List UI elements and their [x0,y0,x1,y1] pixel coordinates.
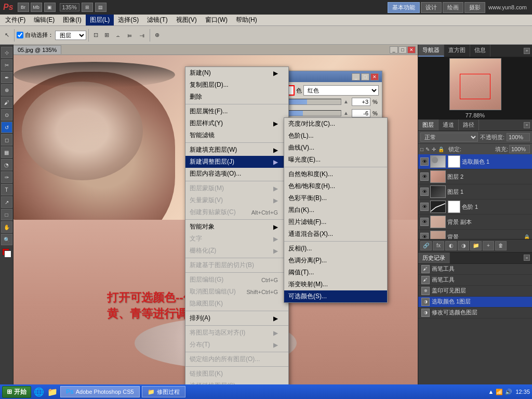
menu-smart-object[interactable]: 智能对象▶ [185,221,288,233]
taskbar-ie-icon[interactable]: 🌐 [33,386,45,397]
layer-item-levels[interactable]: 👁 色阶 1 [418,200,532,215]
extra-tool-btn[interactable]: ⊕ [152,30,162,40]
adj-photo-filter[interactable]: 照片滤镜(F)... [284,216,387,228]
layer-eye-1[interactable]: 👁 [420,157,429,166]
menu-layer[interactable]: 图层(L) [86,15,114,25]
menu-image[interactable]: 图像(I) [59,15,85,25]
layer-blend-mode[interactable]: 正常 [420,132,478,142]
tab-channels[interactable]: 通道 [438,119,459,130]
adj-color-select[interactable]: 红色 黄色 绿色 青色 蓝色 [303,85,379,96]
adj-magenta-up[interactable]: ▲ [343,110,350,116]
adj-color-balance[interactable]: 色彩平衡(B)... [284,192,387,204]
adj-levels[interactable]: 色阶(L)... [284,130,387,142]
adj-selective-color[interactable]: 可选颜色(S)... [284,290,387,302]
menu-fill-layer[interactable]: 新建填充图层(W)▶ [185,144,288,156]
menu-adjustment-layer[interactable]: 新建调整图层(J)▶ [185,156,288,168]
history-item-2[interactable]: 🖌 画笔工具 [418,275,532,286]
lock-icon-1[interactable]: □ [420,147,423,152]
tab-paths[interactable]: 路径 [459,119,479,130]
workspace-basic-btn[interactable]: 基本功能 [388,2,420,13]
menu-duplicate[interactable]: 复制图层(D)... [185,79,288,91]
tab-navigator[interactable]: 导航器 [418,45,444,57]
align-center-btn[interactable]: ⫢ [125,31,136,40]
move-tool-btn[interactable]: ↖ [2,30,12,40]
lock-icon-3[interactable]: ✛ [432,147,436,152]
eyedropper-tool[interactable]: ✒ [1,72,12,83]
menu-delete[interactable]: 删除 [185,91,288,103]
lock-icon-2[interactable]: ✎ [425,147,430,152]
adj-exposure[interactable]: 曝光度(E)... [284,154,387,166]
tab-info[interactable]: 信息 [470,45,490,57]
path-select-tool[interactable]: ↗ [1,196,12,208]
adj-magenta-value[interactable] [352,109,370,117]
lock-icon-4[interactable]: 🔒 [438,147,444,152]
adj-vibrance[interactable]: 自然饱和度(K)... [284,168,387,180]
shape-tool[interactable]: □ [1,209,12,220]
text-tool[interactable]: T [1,184,12,195]
eraser-tool[interactable]: ◻ [1,134,12,145]
adj-threshold[interactable]: 阈值(T)... [284,267,387,278]
adj-cyan-value[interactable] [352,98,370,106]
color-box[interactable] [2,248,11,258]
adj-channel-mixer[interactable]: 通道混合器(X)... [284,228,387,240]
layer-delete-btn[interactable]: 🗑 [495,241,507,250]
adj-cyan-up[interactable]: ▲ [343,99,350,105]
layer-item-bg[interactable]: 👁 背景 🔒 [418,230,532,239]
layout-icon[interactable]: ⊞ [82,3,93,12]
history-item-3[interactable]: ⊕ 盖印可见图层 [418,286,532,297]
workspace-design-btn[interactable]: 设计 [421,2,442,13]
history-item-1[interactable]: 🖌 画笔工具 [418,264,532,275]
layer-opacity-input[interactable] [507,133,530,141]
menu-properties[interactable]: 图层属性(F)... [185,105,288,117]
layer-mode-select[interactable]: 图层 [55,31,86,40]
menu-content-options[interactable]: 图层内容选项(O)... [185,168,288,180]
adj-brightness[interactable]: 亮度/对比度(C)... [284,118,387,130]
transform-btn[interactable]: ⊡ [91,30,101,40]
taskbar-photo-app[interactable]: 📁 修图过程 [142,386,185,397]
layer-eye-4[interactable]: 👁 [420,203,429,211]
start-button[interactable]: ⊞ 开始 [2,386,31,398]
heal-tool[interactable]: ⊕ [1,84,12,96]
dodge-tool[interactable]: ◔ [1,159,12,170]
workspace-paint-btn[interactable]: 绘画 [443,2,463,13]
layer-link-btn[interactable]: 🔗 [420,241,432,250]
distribute-btn[interactable]: ⊞ [102,30,112,40]
menu-filter[interactable]: 滤镜(T) [143,15,171,25]
layers-collapse-btn[interactable]: » [524,122,530,128]
history-collapse-btn[interactable]: » [524,255,530,261]
layer-item-layer2[interactable]: 👁 图层 2 [418,169,532,184]
win-minimize[interactable]: _ [390,46,398,54]
brush-tool[interactable]: 🖌 [1,97,12,108]
align-right-btn[interactable]: ⫣ [137,31,148,40]
layer-item-layer1[interactable]: 👁 图层 1 [418,184,532,200]
background-color[interactable] [4,250,11,258]
layer-eye-2[interactable]: 👁 [420,172,429,181]
layer-mask-btn[interactable]: ◐ [445,241,457,250]
align-left-btn[interactable]: ⫠ [113,31,124,40]
right-panel-collapse[interactable]: » [524,48,530,54]
menu-select[interactable]: 选择(S) [114,15,143,25]
menu-edit[interactable]: 编辑(E) [30,15,59,25]
workspace-photo-btn[interactable]: 摄影 [464,2,485,13]
layer-fx-btn[interactable]: fx [433,241,444,250]
gradient-tool[interactable]: ▦ [1,147,12,158]
auto-select-checkbox[interactable] [17,32,23,38]
menu-file[interactable]: 文件(F) [1,15,30,25]
menu-window[interactable]: 窗口(W) [201,15,232,25]
layer-item-selective-color[interactable]: 👁 选取颜色 1 [418,154,532,169]
canvas-tab[interactable]: 05.jpg @ 135% [14,45,61,54]
layers-fill-input[interactable] [509,145,530,153]
adj-win-close[interactable]: ✕ [370,73,379,81]
menu-style[interactable]: 图层样式(Y)▶ [185,117,288,129]
taskbar-ps-app[interactable]: Ps Adobe Photoshop CS5 [60,386,140,397]
layer-adj-btn[interactable]: ◑ [458,241,469,250]
bridge-icon[interactable]: Br [18,3,29,12]
win-maximize[interactable]: □ [398,46,407,54]
menu-arrange[interactable]: 排列(A)▶ [185,312,288,324]
menu-new[interactable]: 新建(N)▶ [185,67,288,79]
adj-posterize[interactable]: 色调分离(P)... [284,255,387,267]
layer-new-btn[interactable]: + [483,241,494,250]
view-mode-icon[interactable]: ▣ [44,3,56,12]
menu-help[interactable]: 帮助(H) [232,15,261,25]
history-item-4[interactable]: ◑ 选取颜色 1图层 [418,297,532,308]
